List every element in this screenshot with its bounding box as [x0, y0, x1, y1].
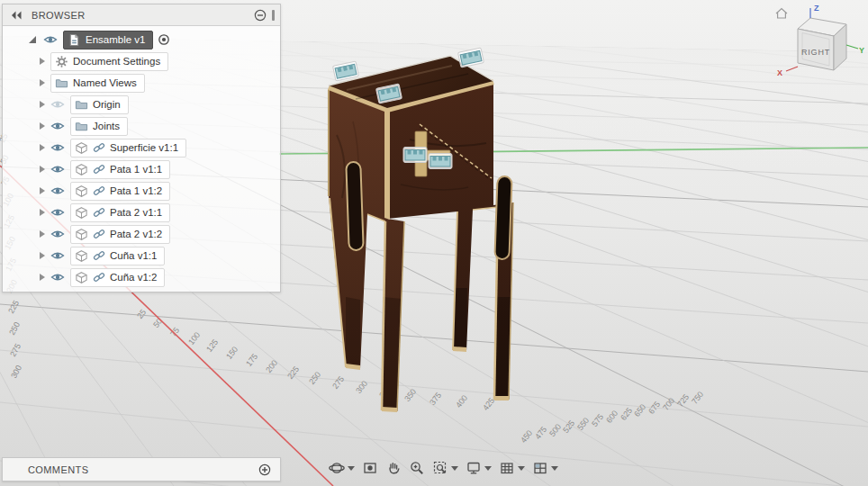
expand-arrow-icon[interactable] [40, 230, 45, 238]
activate-component-radio[interactable] [158, 33, 170, 46]
zoom-magnifier-icon [409, 460, 425, 476]
browser-item-component[interactable]: Pata 1 v1:2 [3, 180, 280, 202]
component-cube-icon [75, 163, 88, 176]
browser-item-component[interactable]: Pata 2 v1:2 [3, 223, 280, 245]
y-axis-label: Y [859, 46, 864, 55]
browser-item-component[interactable]: Pata 2 v1:1 [3, 202, 280, 223]
navigation-toolbar [326, 458, 561, 478]
grid-snaps-button[interactable] [496, 458, 528, 478]
visibility-eye-icon[interactable] [50, 248, 66, 264]
browser-item-component[interactable]: Cuña v1:1 [3, 245, 280, 266]
collapse-panel-icon[interactable] [8, 7, 24, 23]
panel-drag-grip[interactable] [272, 10, 275, 21]
expand-arrow-icon[interactable] [40, 144, 45, 151]
folder-icon [75, 120, 88, 133]
component-cube-icon [75, 184, 88, 198]
expand-arrow-icon[interactable] [40, 79, 45, 86]
browser-panel-title: BROWSER [32, 10, 252, 21]
orbit-button[interactable] [326, 458, 357, 478]
root-item-label: Ensamble v1 [86, 34, 145, 45]
expand-arrow-icon[interactable] [40, 209, 45, 216]
x-axis-label: X [777, 68, 782, 77]
component-cube-icon [75, 141, 88, 155]
viewports-button[interactable] [529, 458, 561, 478]
browser-item-component[interactable]: Pata 1 v1:1 [3, 158, 280, 180]
component-cube-icon [75, 249, 88, 263]
browser-item-root[interactable]: Ensamble v1 [3, 29, 280, 50]
home-icon[interactable] [776, 9, 787, 19]
minimize-panel-icon[interactable] [252, 7, 268, 23]
browser-item-joints[interactable]: Joints [3, 115, 280, 137]
visibility-eye-icon[interactable] [50, 119, 66, 134]
left-slot-cutout[interactable] [346, 162, 363, 250]
browser-item-origin[interactable]: Origin [3, 94, 280, 115]
browser-panel: BROWSER Ensamble v1 [2, 4, 281, 292]
visibility-eye-icon[interactable] [50, 184, 66, 199]
visibility-eye-icon[interactable] [50, 270, 66, 285]
expand-arrow-icon[interactable] [40, 274, 45, 281]
folder-icon [75, 98, 88, 112]
root-item-pill[interactable]: Ensamble v1 [63, 31, 153, 50]
browser-item-component[interactable]: Cuña v1:2 [3, 266, 280, 288]
visibility-eye-icon[interactable] [50, 205, 66, 220]
zoom-button[interactable] [406, 458, 428, 478]
link-icon [93, 249, 105, 262]
link-icon [93, 163, 105, 176]
visibility-eye-off-icon[interactable] [50, 97, 66, 112]
link-icon [93, 206, 105, 219]
viewports-icon [532, 460, 548, 476]
browser-tree: Ensamble v1 Document Settings [3, 26, 280, 292]
look-at-icon [362, 460, 378, 476]
right-slot-cutout[interactable] [494, 176, 511, 260]
visibility-eye-icon[interactable] [50, 162, 66, 177]
view-cube[interactable]: RIGHT Z Y X [773, 2, 866, 88]
comments-panel-title: COMMENTS [28, 464, 257, 475]
expand-arrow-icon[interactable] [40, 58, 45, 65]
browser-item-component[interactable]: Superficie v1:1 [3, 137, 280, 158]
fit-button[interactable] [429, 458, 461, 478]
assembly-document-icon [68, 33, 81, 47]
folder-icon [55, 76, 68, 90]
joint-tab-icon[interactable] [403, 148, 427, 163]
display-settings-button[interactable] [463, 458, 494, 478]
dropdown-caret-icon[interactable] [484, 466, 492, 471]
expand-arrow-icon[interactable] [40, 252, 45, 259]
view-cube-face-label[interactable]: RIGHT [801, 48, 830, 57]
component-cube-icon [75, 206, 88, 220]
pan-hand-icon [385, 460, 402, 476]
dropdown-caret-icon[interactable] [348, 466, 355, 471]
link-icon [93, 271, 105, 284]
visibility-eye-icon[interactable] [43, 32, 59, 48]
browser-panel-header[interactable]: BROWSER [3, 4, 280, 26]
visibility-eye-icon[interactable] [50, 140, 66, 156]
expand-arrow-icon[interactable] [40, 101, 45, 108]
component-cube-icon [75, 271, 88, 284]
browser-item-named-views[interactable]: Named Views [3, 72, 280, 94]
stool-model[interactable] [329, 48, 513, 412]
expand-arrow-icon[interactable] [40, 187, 45, 194]
comments-panel[interactable]: COMMENTS [2, 457, 281, 482]
add-comment-icon[interactable] [257, 462, 273, 478]
expand-arrow-icon[interactable] [40, 122, 45, 130]
dropdown-caret-icon[interactable] [551, 466, 558, 471]
visibility-eye-icon[interactable] [50, 227, 66, 242]
joint-tab-icon[interactable] [458, 48, 484, 68]
link-icon [93, 228, 105, 240]
grid-icon [499, 460, 515, 476]
dropdown-caret-icon[interactable] [518, 466, 525, 471]
look-at-button[interactable] [359, 458, 381, 478]
component-cube-icon [75, 228, 88, 241]
orbit-icon [329, 460, 345, 476]
expand-arrow-icon[interactable] [27, 34, 38, 45]
expand-arrow-icon[interactable] [40, 166, 45, 173]
joint-tab-icon[interactable] [333, 61, 359, 81]
gear-icon [55, 55, 68, 68]
link-icon [93, 141, 105, 154]
fusion-canvas[interactable]: 2550751001251501752002252502753003253503… [0, 0, 868, 486]
joint-tab-icon[interactable] [429, 154, 452, 169]
dropdown-caret-icon[interactable] [451, 466, 458, 471]
pan-button[interactable] [383, 458, 404, 478]
browser-item-document-settings[interactable]: Document Settings [3, 50, 280, 72]
front-corner-edge [384, 110, 390, 220]
link-icon [93, 184, 105, 197]
